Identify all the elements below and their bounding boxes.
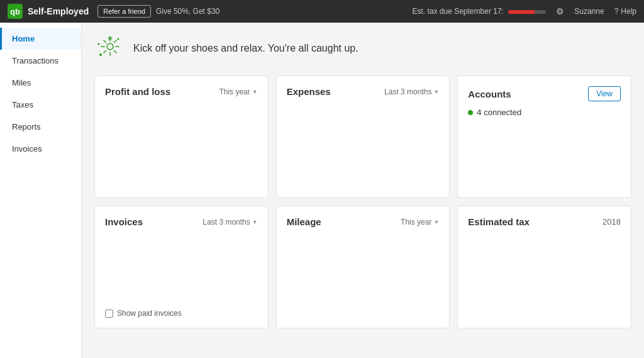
qb-logo-icon: qb [8,4,23,19]
sidebar-item-transactions[interactable]: Transactions [0,50,81,72]
topnav-right-section: Est. tax due September 17: ⚙ Suzanne ? H… [412,6,636,16]
accounts-view-button[interactable]: View [588,86,621,101]
svg-line-8 [104,51,106,53]
expenses-card: Expenses Last 3 months ▼ [276,76,450,198]
mileage-body [287,233,440,318]
main-layout: Home Transactions Miles Taxes Reports In… [0,23,644,358]
invoices-title: Invoices [105,216,143,227]
refer-friend-button[interactable]: Refer a friend [97,5,151,18]
invoices-card-header: Invoices Last 3 months ▼ [105,216,258,227]
mileage-card: Mileage This year ▼ [276,206,450,328]
estimated-tax-year: 2018 [602,217,621,227]
accounts-card: Accounts View 4 connected [457,76,631,198]
chevron-down-icon: ▼ [433,89,439,95]
profit-loss-title: Profit and loss [105,86,170,97]
banner-message: Kick off your shoes and relax. You're al… [133,43,358,54]
sidebar-item-taxes[interactable]: Taxes [0,94,81,116]
dashboard-cards: Profit and loss This year ▼ Expenses Las… [94,76,631,328]
promo-text: Give 50%, Get $30 [156,7,413,16]
sparkle-decoration [94,33,126,64]
expenses-card-header: Expenses Last 3 months ▼ [287,86,440,97]
chevron-down-icon: ▼ [252,89,258,95]
main-content: Kick off your shoes and relax. You're al… [82,23,644,358]
user-menu[interactable]: Suzanne [574,7,604,16]
mileage-card-header: Mileage This year ▼ [287,216,440,227]
expenses-title: Expenses [287,86,331,97]
connected-count: 4 connected [477,108,521,117]
svg-point-0 [107,43,113,50]
invoices-card: Invoices Last 3 months ▼ Show paid invoi… [94,206,269,328]
settings-icon[interactable]: ⚙ [556,6,564,16]
app-title: Self-Employed [28,6,89,16]
estimated-tax-card: Estimated tax 2018 [457,206,631,328]
app-logo: qb Self-Employed [8,4,89,19]
svg-point-11 [98,43,100,45]
estimated-tax-title: Estimated tax [468,216,530,227]
connected-indicator: 4 connected [468,108,621,117]
sidebar-item-miles[interactable]: Miles [0,72,81,94]
svg-line-7 [114,40,117,43]
svg-point-10 [118,38,119,40]
invoices-body [105,233,258,309]
expenses-filter[interactable]: Last 3 months ▼ [384,87,439,96]
profit-loss-filter[interactable]: This year ▼ [219,87,257,96]
welcome-banner: Kick off your shoes and relax. You're al… [94,33,631,64]
mileage-title: Mileage [287,216,321,227]
svg-line-6 [114,51,117,53]
sidebar-item-home[interactable]: Home [0,28,81,50]
chevron-down-icon: ▼ [433,219,439,225]
svg-line-5 [104,40,106,43]
help-circle-icon: ? [614,7,619,16]
sidebar-item-reports[interactable]: Reports [0,116,81,138]
estimated-tax-body [468,233,621,318]
sidebar-item-invoices[interactable]: Invoices [0,138,81,160]
invoices-card-footer: Show paid invoices [105,309,258,318]
user-name: Suzanne [574,7,604,16]
help-button[interactable]: ? Help [614,7,636,16]
connected-dot-icon [468,110,473,115]
tax-due-label: Est. tax due September 17: [412,7,546,16]
svg-point-9 [99,53,102,56]
profit-loss-card-header: Profit and loss This year ▼ [105,86,258,97]
expenses-body [287,103,440,187]
tax-progress-bar [508,10,546,14]
accounts-body: 4 connected [468,108,621,187]
profit-loss-body [105,103,258,187]
accounts-title: Accounts [468,89,511,99]
invoices-filter[interactable]: Last 3 months ▼ [203,218,257,227]
accounts-card-header: Accounts View [468,86,621,101]
show-paid-invoices-label: Show paid invoices [117,309,182,318]
sidebar: Home Transactions Miles Taxes Reports In… [0,23,82,358]
show-paid-invoices-checkbox[interactable] [105,310,113,318]
chevron-down-icon: ▼ [252,219,258,225]
top-navigation: qb Self-Employed Refer a friend Give 50%… [0,0,644,23]
mileage-filter[interactable]: This year ▼ [401,218,439,227]
estimated-tax-card-header: Estimated tax 2018 [468,216,621,227]
profit-loss-card: Profit and loss This year ▼ [94,76,269,198]
